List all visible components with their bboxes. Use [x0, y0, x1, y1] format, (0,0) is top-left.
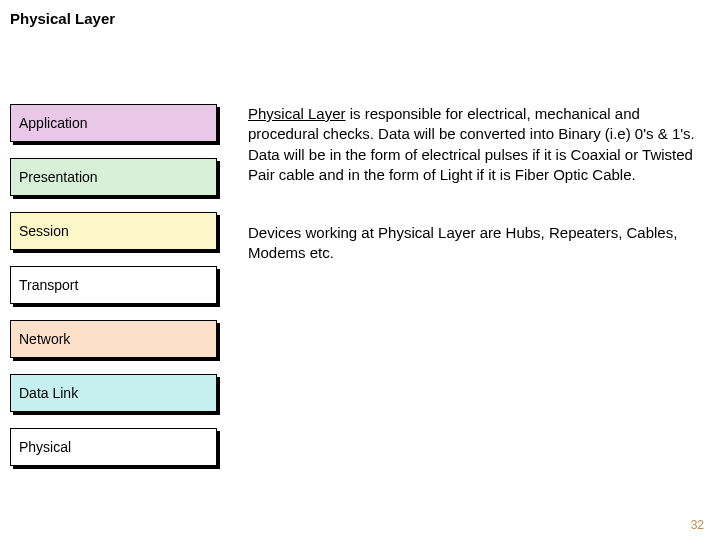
layer-physical: Physical — [10, 428, 220, 469]
layer-label: Presentation — [10, 158, 217, 196]
lead-term: Physical Layer — [248, 105, 346, 122]
page-number: 32 — [691, 518, 704, 532]
layer-application: Application — [10, 104, 220, 145]
layer-label: Network — [10, 320, 217, 358]
layer-transport: Transport — [10, 266, 220, 307]
description-paragraph-2: Devices working at Physical Layer are Hu… — [248, 223, 698, 264]
layer-label: Physical — [10, 428, 217, 466]
osi-layer-stack: Application Presentation Session Transpo… — [10, 104, 220, 482]
description-paragraph-1: Physical Layer is responsible for electr… — [248, 104, 698, 185]
layer-session: Session — [10, 212, 220, 253]
page-title: Physical Layer — [10, 10, 115, 27]
layer-label: Session — [10, 212, 217, 250]
layer-data-link: Data Link — [10, 374, 220, 415]
layer-label: Transport — [10, 266, 217, 304]
layer-label: Application — [10, 104, 217, 142]
layer-network: Network — [10, 320, 220, 361]
description-area: Physical Layer is responsible for electr… — [248, 104, 698, 264]
layer-presentation: Presentation — [10, 158, 220, 199]
slide: Physical Layer Application Presentation … — [0, 0, 720, 540]
layer-label: Data Link — [10, 374, 217, 412]
